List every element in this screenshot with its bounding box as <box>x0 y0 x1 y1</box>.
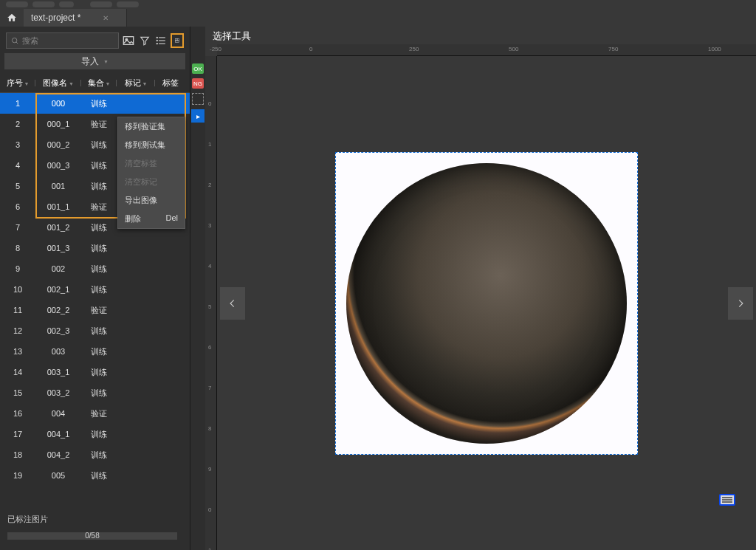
menu-delete[interactable]: 删除Del <box>118 210 185 228</box>
ok-badge[interactable]: OK <box>192 63 204 74</box>
svg-rect-10 <box>176 39 177 41</box>
menu-export[interactable]: 导出图像 <box>118 191 185 210</box>
play-tool[interactable]: ▸ <box>191 109 205 123</box>
svg-point-0 <box>12 38 16 42</box>
svg-point-7 <box>157 37 157 38</box>
header-image[interactable]: 图像名 <box>43 78 67 87</box>
keyboard-icon[interactable] <box>719 494 735 506</box>
image-icon[interactable] <box>122 34 135 47</box>
svg-rect-12 <box>176 41 179 42</box>
annotated-label: 已标注图片 <box>7 514 182 525</box>
header-no[interactable]: 序号 <box>7 78 23 87</box>
ruler-vertical: 012345678901 <box>205 56 217 550</box>
header-tag[interactable]: 标签 <box>162 78 179 87</box>
header-mark[interactable]: 标记 <box>125 78 141 87</box>
tab-title: text-project * <box>31 13 80 23</box>
next-button[interactable] <box>728 287 753 320</box>
close-icon[interactable]: ✕ <box>103 14 109 22</box>
menu-move-test[interactable]: 移到测试集 <box>118 136 185 154</box>
table-row[interactable]: 17004_1训练 <box>0 424 190 444</box>
import-button[interactable]: 导入 ▼ <box>4 53 185 69</box>
table-row[interactable]: 18004_2训练 <box>0 444 190 465</box>
select-tool[interactable] <box>192 93 204 105</box>
svg-point-8 <box>157 40 157 41</box>
menu-clear-tags: 清空标签 <box>118 154 185 173</box>
image-preview <box>335 152 638 455</box>
grid-icon[interactable] <box>171 33 184 48</box>
svg-line-1 <box>16 41 18 43</box>
ng-badge[interactable]: NG <box>192 78 204 89</box>
progress-bar: 0/58 <box>7 532 177 540</box>
table-row[interactable]: 9002训练 <box>0 258 190 279</box>
header-set[interactable]: 集合 <box>88 78 104 87</box>
svg-rect-2 <box>123 37 133 45</box>
menu-move-validate[interactable]: 移到验证集 <box>118 117 185 136</box>
list-icon[interactable] <box>154 34 168 47</box>
table-row[interactable]: 14003_1训练 <box>0 362 190 382</box>
canvas-viewport[interactable] <box>217 56 756 550</box>
home-button[interactable] <box>0 9 24 27</box>
chevron-down-icon: ▼ <box>103 59 109 64</box>
context-menu: 移到验证集 移到测试集 清空标签 清空标记 导出图像 删除Del <box>117 117 185 229</box>
table-row[interactable]: 13003训练 <box>0 341 190 362</box>
svg-rect-11 <box>177 39 179 41</box>
table-row[interactable]: 1000训练 <box>0 93 190 114</box>
project-tab[interactable]: text-project * ✕ <box>24 9 127 27</box>
table-row[interactable]: 16004验证 <box>0 403 190 424</box>
ruler-horizontal: -25002505007501000 <box>217 44 756 56</box>
table-row[interactable]: 11002_2验证 <box>0 300 190 320</box>
table-row[interactable]: 19005训练 <box>0 465 190 486</box>
menu-clear-marks: 清空标记 <box>118 173 185 191</box>
svg-point-9 <box>157 44 157 44</box>
search-input[interactable]: 搜索 <box>6 32 119 49</box>
table-row[interactable]: 15003_2训练 <box>0 382 190 403</box>
table-row[interactable]: 8001_3训练 <box>0 238 190 258</box>
filter-icon[interactable] <box>138 34 151 47</box>
table-row[interactable]: 10002_1训练 <box>0 279 190 300</box>
prev-button[interactable] <box>220 287 245 320</box>
table-row[interactable]: 12002_3训练 <box>0 320 190 341</box>
canvas-title: 选择工具 <box>205 27 756 44</box>
